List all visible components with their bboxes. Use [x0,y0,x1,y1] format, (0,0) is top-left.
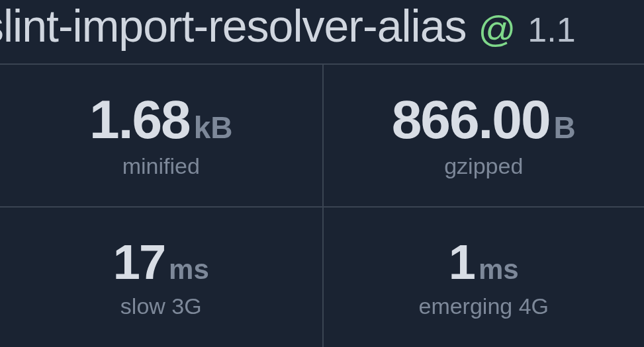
stat-gzipped-value: 866.00 [392,93,550,147]
stat-emerging4g-label: emerging 4G [418,293,549,319]
stat-value-row: 1 ms [449,238,519,287]
stats-grid: 1.68 kB minified 866.00 B gzipped 17 ms … [0,63,644,347]
stat-minified-value: 1.68 [89,93,190,147]
stat-gzipped-label: gzipped [444,153,523,179]
stat-gzipped: 866.00 B gzipped [322,63,645,206]
package-name: slint-import-resolver-alias [0,0,467,52]
package-version: 1.1 [528,10,575,50]
stat-slow3g-label: slow 3G [120,293,202,319]
stat-slow3g-value: 17 [113,238,165,287]
stat-value-row: 17 ms [113,238,209,287]
at-symbol: @ [479,7,516,50]
stat-slow3g-unit: ms [169,256,209,284]
stat-value-row: 1.68 kB [89,93,232,147]
stat-value-row: 866.00 B [392,93,576,147]
stat-gzipped-unit: B [554,112,576,143]
package-header: slint-import-resolver-alias @ 1.1 [0,0,644,63]
stat-emerging-4g: 1 ms emerging 4G [322,206,645,347]
stat-slow-3g: 17 ms slow 3G [0,206,322,347]
stat-minified-label: minified [122,153,200,179]
stat-minified-unit: kB [194,112,233,143]
stat-minified: 1.68 kB minified [0,63,322,206]
stat-emerging4g-unit: ms [479,256,519,284]
stat-emerging4g-value: 1 [449,238,475,287]
